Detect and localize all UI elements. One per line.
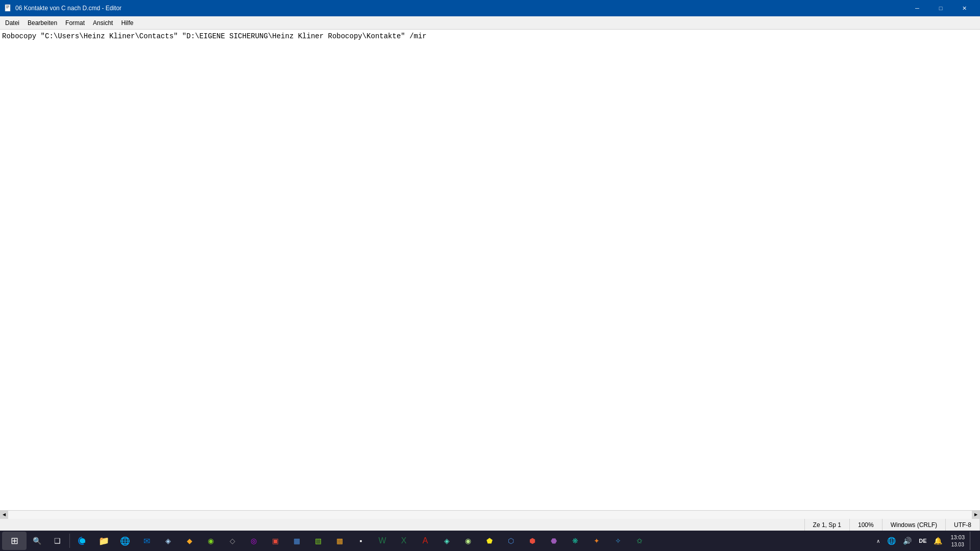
app2-icon: ◆ xyxy=(187,537,192,545)
taskbar-explorer[interactable]: 📁 xyxy=(93,532,114,550)
menu-bar: Datei Bearbeiten Format Ansicht Hilfe xyxy=(0,16,980,30)
start-button[interactable]: ⊞ xyxy=(2,532,27,550)
taskbar-apps: 📁 🌐 ✉ ◈ ◆ ◉ ◇ ◎ ▣ ▦ ▧ xyxy=(72,532,650,550)
taskbar-app-21[interactable]: ✦ xyxy=(586,532,607,550)
app22-icon: ✧ xyxy=(615,537,621,545)
taskbar-separator-1 xyxy=(69,534,70,548)
word-icon: W xyxy=(378,536,386,545)
status-encoding: UTF-8 xyxy=(946,519,980,531)
language-icon: DE xyxy=(919,538,926,544)
mail-icon: ✉ xyxy=(143,536,150,546)
app6-icon: ▣ xyxy=(272,537,279,545)
taskbar-app-23[interactable]: ✩ xyxy=(629,532,650,550)
window-title: 06 Kontakte von C nach D.cmd - Editor xyxy=(15,5,905,12)
close-button[interactable]: ✕ xyxy=(952,0,976,16)
taskbar-app-14[interactable]: ◈ xyxy=(436,532,457,550)
taskbar-app-10[interactable]: ▪ xyxy=(351,532,371,550)
taskbar-app-8[interactable]: ▧ xyxy=(308,532,328,550)
status-bar: Ze 1, Sp 1 100% Windows (CRLF) UTF-8 xyxy=(0,518,980,531)
show-desktop-button[interactable] xyxy=(970,532,974,550)
status-zoom: 100% xyxy=(850,519,883,531)
svg-rect-2 xyxy=(6,7,9,7)
taskbar-app-17[interactable]: ⬡ xyxy=(501,532,521,550)
editor-area[interactable]: Robocopy "C:\Users\Heinz Kliner\Contacts… xyxy=(0,30,980,510)
search-icon: 🔍 xyxy=(33,537,41,545)
taskbar-app-1[interactable]: ◈ xyxy=(158,532,178,550)
taskbar-app-2[interactable]: ◆ xyxy=(179,532,200,550)
task-view-icon: ❑ xyxy=(54,537,61,545)
clock-time: 13:03 xyxy=(950,534,965,541)
tray-network[interactable]: 🌐 xyxy=(884,532,899,550)
scroll-track[interactable] xyxy=(8,511,972,519)
taskbar-edge[interactable] xyxy=(72,532,92,550)
app20-icon: ❋ xyxy=(572,537,578,545)
taskbar-app-20[interactable]: ❋ xyxy=(565,532,585,550)
taskbar-mail[interactable]: ✉ xyxy=(136,532,157,550)
tray-notification[interactable]: 🔔 xyxy=(930,532,945,550)
editor-content: Robocopy "C:\Users\Heinz Kliner\Contacts… xyxy=(2,32,978,42)
system-tray: ∧ 🌐 🔊 DE 🔔 13:03 13.03 xyxy=(873,532,978,550)
taskbar: ⊞ 🔍 ❑ 📁 🌐 ✉ ◈ xyxy=(0,531,980,551)
taskbar-app-9[interactable]: ▩ xyxy=(329,532,350,550)
taskbar-app-16[interactable]: ⬟ xyxy=(479,532,500,550)
taskbar-app-3[interactable]: ◉ xyxy=(201,532,221,550)
menu-bearbeiten[interactable]: Bearbeiten xyxy=(23,17,61,29)
app7-icon: ▦ xyxy=(293,537,300,545)
explorer-icon: 📁 xyxy=(99,536,109,546)
taskbar-app-12[interactable]: X xyxy=(394,532,414,550)
menu-datei[interactable]: Datei xyxy=(1,17,23,29)
taskbar-app-11[interactable]: W xyxy=(372,532,393,550)
scroll-left-arrow[interactable]: ◀ xyxy=(0,511,8,519)
app8-icon: ▧ xyxy=(315,537,322,545)
excel-icon: X xyxy=(401,536,407,545)
status-position: Ze 1, Sp 1 xyxy=(805,519,850,531)
taskbar-ie[interactable]: 🌐 xyxy=(115,532,135,550)
acrobat-icon: A xyxy=(423,536,428,545)
volume-icon: 🔊 xyxy=(903,537,912,545)
horizontal-scrollbar[interactable]: ◀ ▶ xyxy=(0,510,980,518)
title-bar: 06 Kontakte von C nach D.cmd - Editor ─ … xyxy=(0,0,980,16)
taskbar-app-19[interactable]: ⬣ xyxy=(544,532,564,550)
app18-icon: ⬢ xyxy=(529,537,535,545)
window-controls: ─ □ ✕ xyxy=(905,0,976,16)
menu-ansicht[interactable]: Ansicht xyxy=(89,17,117,29)
app23-icon: ✩ xyxy=(636,537,643,545)
tray-expand-icon: ∧ xyxy=(876,538,880,544)
status-line-ending: Windows (CRLF) xyxy=(883,519,946,531)
notification-icon: 🔔 xyxy=(934,537,942,545)
app15-icon: ◉ xyxy=(465,537,471,545)
task-view-button[interactable]: ❑ xyxy=(47,532,67,550)
clock[interactable]: 13:03 13.03 xyxy=(946,534,969,547)
windows-logo-icon: ⊞ xyxy=(11,535,18,546)
ie-icon: 🌐 xyxy=(120,536,130,546)
clock-date: 13.03 xyxy=(950,541,965,548)
edge-icon xyxy=(78,536,87,545)
minimize-button[interactable]: ─ xyxy=(905,0,929,16)
status-empty xyxy=(0,519,805,531)
taskbar-app-15[interactable]: ◉ xyxy=(458,532,478,550)
taskbar-app-6[interactable]: ▣ xyxy=(265,532,285,550)
taskbar-app-18[interactable]: ⬢ xyxy=(522,532,543,550)
taskbar-app-22[interactable]: ✧ xyxy=(608,532,628,550)
app9-icon: ▩ xyxy=(336,537,343,545)
app-icon xyxy=(4,4,12,12)
taskbar-app-5[interactable]: ◎ xyxy=(243,532,264,550)
tray-chevron[interactable]: ∧ xyxy=(873,532,883,550)
menu-format[interactable]: Format xyxy=(61,17,89,29)
app17-icon: ⬡ xyxy=(508,537,514,545)
app3-icon: ◉ xyxy=(208,537,214,545)
app16-icon: ⬟ xyxy=(486,537,493,545)
app14-icon: ◈ xyxy=(444,537,450,545)
taskbar-app-4[interactable]: ◇ xyxy=(222,532,242,550)
tray-volume[interactable]: 🔊 xyxy=(900,532,915,550)
scroll-right-arrow[interactable]: ▶ xyxy=(972,511,980,519)
app4-icon: ◇ xyxy=(230,537,235,545)
menu-hilfe[interactable]: Hilfe xyxy=(117,17,137,29)
tray-language[interactable]: DE xyxy=(916,532,929,550)
maximize-button[interactable]: □ xyxy=(929,0,952,16)
taskbar-app-13[interactable]: A xyxy=(415,532,435,550)
search-button[interactable]: 🔍 xyxy=(27,532,47,550)
app10-icon: ▪ xyxy=(360,537,362,545)
taskbar-app-7[interactable]: ▦ xyxy=(286,532,307,550)
app1-icon: ◈ xyxy=(165,537,171,545)
